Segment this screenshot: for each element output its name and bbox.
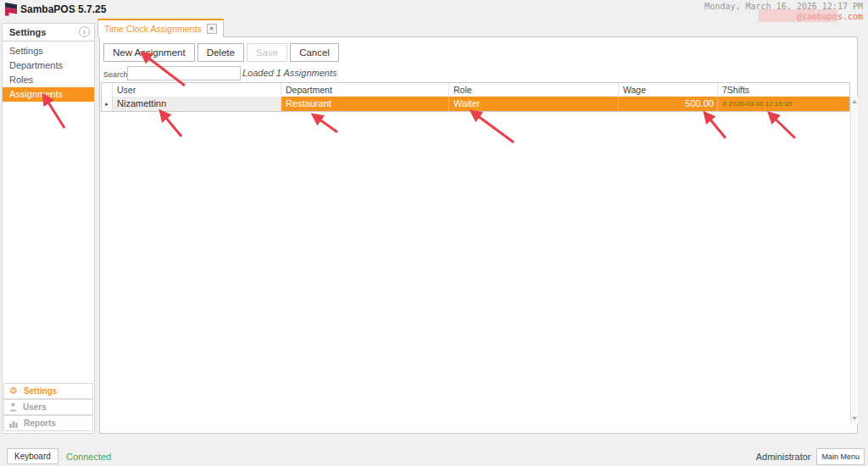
header-wage[interactable]: Wage <box>619 83 718 97</box>
cell-wage[interactable]: 500.00 <box>619 97 718 111</box>
sidebar-item-assignments[interactable]: Assignments <box>3 87 94 102</box>
sidebar-header-label: Settings <box>9 27 46 37</box>
bar-chart-icon <box>9 419 18 428</box>
gear-icon: ⚙ <box>9 384 18 398</box>
search-input[interactable] <box>127 66 241 80</box>
sidebar-item-departments[interactable]: Departments <box>3 58 94 73</box>
connection-status: Connected <box>66 452 111 462</box>
header-department[interactable]: Department <box>281 83 449 97</box>
cell-7shifts[interactable]: X 2026-03-16 12:16:39 <box>718 97 849 111</box>
table-header-row: User Department Role Wage 7Shifts <box>102 83 849 97</box>
user-icon <box>9 402 17 412</box>
scroll-down-icon[interactable] <box>852 417 857 420</box>
vertical-scrollbar[interactable] <box>850 97 858 424</box>
search-label: Search <box>103 70 128 79</box>
cell-department[interactable]: Restaurant <box>281 97 449 111</box>
toolbar: New Assignment Delete Save Cancel <box>103 43 339 62</box>
tab-label: Time Clock Assignments <box>104 24 202 34</box>
tab-time-clock-assignments[interactable]: Time Clock Assignments ✕ <box>97 19 224 37</box>
cancel-button[interactable]: Cancel <box>290 43 339 62</box>
assignments-table: User Department Role Wage 7Shifts ▸ Niza… <box>101 82 850 112</box>
main-menu-button[interactable]: Main Menu <box>816 448 865 465</box>
redaction-overlay <box>759 9 837 22</box>
keyboard-button[interactable]: Keyboard <box>7 448 58 464</box>
header-role[interactable]: Role <box>449 83 619 97</box>
cell-user[interactable]: Nizamettinn <box>113 97 281 111</box>
sidebar-item-list: Settings Departments Roles Assignments <box>3 44 94 102</box>
settings-sidebar: Settings ‹ Settings Departments Roles As… <box>2 23 95 434</box>
save-button[interactable]: Save <box>247 43 287 62</box>
nav-reports-label: Reports <box>24 416 56 430</box>
sidebar-item-settings[interactable]: Settings <box>3 44 94 58</box>
nav-users-button[interactable]: Users <box>3 399 93 415</box>
back-arrow-icon[interactable]: ‹ <box>79 26 90 37</box>
nav-users-label: Users <box>23 400 47 414</box>
cell-role[interactable]: Waiter <box>449 97 619 111</box>
header-user[interactable]: User <box>113 83 281 97</box>
logged-in-user: Administrator <box>756 452 811 462</box>
row-marker-icon: ▸ <box>102 97 113 111</box>
title-bar: SambaPOS 5.7.25 Monday, March 16, 2026 1… <box>0 0 868 19</box>
header-selector <box>102 83 113 97</box>
app-title: SambaPOS 5.7.25 <box>20 3 106 15</box>
nav-settings-button[interactable]: ⚙ Settings <box>3 383 93 399</box>
sambapos-logo-icon <box>5 3 17 16</box>
header-7shifts[interactable]: 7Shifts <box>718 83 849 97</box>
status-right: Administrator Main Menu <box>756 448 865 465</box>
nav-settings-label: Settings <box>24 384 57 398</box>
scroll-up-icon[interactable] <box>852 100 857 103</box>
sidebar-header: Settings ‹ <box>3 24 94 42</box>
tab-close-icon[interactable]: ✕ <box>207 24 217 34</box>
sidebar-item-roles[interactable]: Roles <box>3 73 94 87</box>
delete-button[interactable]: Delete <box>198 43 244 62</box>
table-row[interactable]: ▸ Nizamettinn Restaurant Waiter 500.00 X… <box>102 97 849 111</box>
nav-reports-button[interactable]: Reports <box>3 415 93 431</box>
loaded-status-text: Loaded 1 Assignments <box>242 68 337 78</box>
sidebar-bottom-nav: ⚙ Settings Users Reports <box>3 383 94 431</box>
new-assignment-button[interactable]: New Assignment <box>103 43 195 62</box>
